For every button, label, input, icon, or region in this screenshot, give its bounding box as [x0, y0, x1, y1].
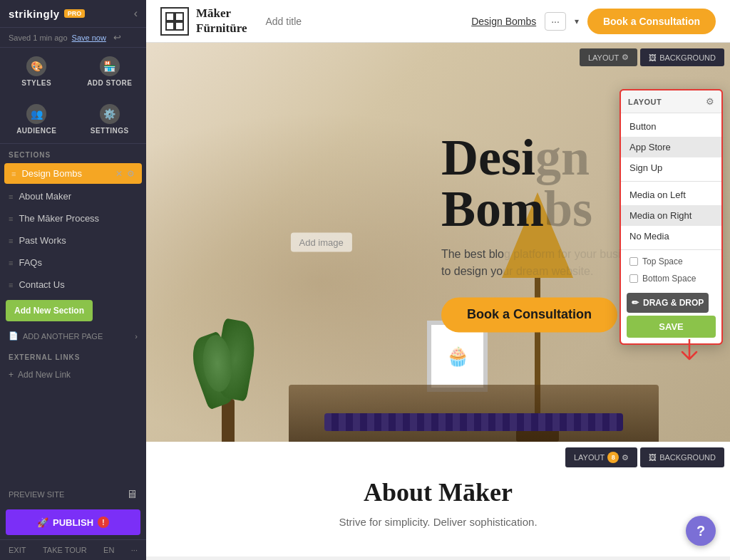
- layout-label: LAYOUT: [588, 53, 619, 62]
- section-item-design-bombs[interactable]: ≡ Design Bombs ✕ ⚙: [4, 163, 142, 184]
- sidebar-close-button[interactable]: ‹: [134, 7, 138, 20]
- hero-cta-button[interactable]: Book a Consultation: [441, 297, 617, 332]
- saved-bar: Saved 1 min ago Save now ↩: [0, 28, 146, 48]
- undo-button[interactable]: ↩: [113, 32, 121, 43]
- nav-dots-button[interactable]: ···: [545, 12, 566, 31]
- section-item-label: Past Works: [19, 235, 66, 246]
- audience-button[interactable]: 👥 AUDIENCE: [0, 95, 73, 143]
- brand-line1: Māker: [196, 6, 247, 21]
- section-list: ≡ Design Bombs ✕ ⚙ ≡ About Maker ≡ The M…: [0, 162, 146, 481]
- section-item-label: About Maker: [19, 191, 71, 202]
- about-title: About Māker: [175, 477, 701, 507]
- drag-handle-icon: ≡: [9, 214, 13, 223]
- styles-icon: 🎨: [26, 56, 46, 76]
- layout-label: LAYOUT: [574, 453, 605, 462]
- add-title-input[interactable]: [258, 11, 460, 31]
- nav-chevron-button[interactable]: ▾: [575, 16, 579, 26]
- drag-handle-icon: ≡: [9, 192, 13, 201]
- audience-label: AUDIENCE: [16, 127, 56, 135]
- settings-label: SETTINGS: [91, 127, 129, 135]
- layout-divider: [621, 181, 721, 182]
- sidebar: strikingly PRO ‹ Saved 1 min ago Save no…: [0, 0, 146, 560]
- add-new-link[interactable]: + Add New Link: [0, 364, 146, 385]
- publish-label: PUBLISH: [53, 517, 93, 528]
- section-item-label: The Māker Process: [19, 213, 99, 224]
- add-another-page-link[interactable]: 📄 ADD ANOTHER PAGE ›: [0, 326, 146, 346]
- section-item-past-works[interactable]: ≡ Past Works: [0, 229, 146, 252]
- settings-button[interactable]: ⚙️ SETTINGS: [73, 95, 147, 143]
- nav-right: Design Bombs ··· ▾ Book a Consultation: [471, 9, 716, 34]
- background-label: BACKGROUND: [659, 453, 716, 462]
- layout-item-no-media[interactable]: No Media: [621, 226, 721, 247]
- add-store-label: ADD STORE: [87, 79, 132, 87]
- bottom-space-checkbox[interactable]: [629, 274, 638, 283]
- hero-section: 🧁 Add image Design Bombs The best blog p…: [146, 43, 730, 442]
- image-icon: 🖼: [649, 53, 657, 62]
- add-new-section-button[interactable]: Add New Section: [6, 300, 93, 321]
- layout-button-hero[interactable]: LAYOUT ⚙: [580, 48, 637, 66]
- drag-handle-icon: ≡: [9, 281, 13, 289]
- monitor-icon: 🖥: [126, 488, 138, 501]
- audience-icon: 👥: [26, 104, 46, 124]
- brand-logo: Māker Fürnitüre: [160, 6, 247, 36]
- section-item-about-maker[interactable]: ≡ About Maker: [0, 185, 146, 207]
- add-store-button[interactable]: 🏪 ADD STORE: [73, 48, 147, 95]
- about-background-button[interactable]: 🖼 BACKGROUND: [640, 447, 724, 467]
- add-page-icon: 📄: [9, 331, 19, 341]
- svg-rect-3: [175, 22, 183, 30]
- layout-divider-2: [621, 249, 721, 250]
- sidebar-bottom-bar: EXIT TAKE TOUR EN ···: [0, 539, 146, 560]
- red-arrow-indicator: [679, 339, 700, 370]
- svg-rect-0: [166, 13, 174, 21]
- sidebar-top-actions: 🎨 STYLES 🏪 ADD STORE 👥 AUDIENCE ⚙️ SETTI…: [0, 48, 146, 144]
- layout-item-button[interactable]: Button: [621, 116, 721, 137]
- section-close-icon[interactable]: ✕: [115, 169, 123, 179]
- pencil-icon: ✏: [632, 298, 639, 308]
- section-item-faqs[interactable]: ≡ FAQs: [0, 252, 146, 274]
- background-label: BACKGROUND: [659, 53, 716, 62]
- book-consultation-button[interactable]: Book a Consultation: [587, 9, 716, 34]
- svg-rect-1: [175, 13, 183, 21]
- drag-handle-icon: ≡: [9, 259, 13, 267]
- drag-drop-button[interactable]: ✏ DRAG & DROP: [627, 293, 709, 313]
- section-settings-icon[interactable]: ⚙: [127, 169, 135, 179]
- layout-top-space-item[interactable]: Top Space: [621, 253, 721, 270]
- help-bubble[interactable]: ?: [686, 516, 716, 546]
- section-item-maker-process[interactable]: ≡ The Māker Process: [0, 207, 146, 229]
- take-tour-link[interactable]: TAKE TOUR: [43, 546, 87, 554]
- hero-add-image-label[interactable]: Add image: [291, 233, 352, 252]
- main-content: Māker Fürnitüre Design Bombs ··· ▾ Book …: [146, 0, 730, 560]
- layout-item-sign-up[interactable]: Sign Up: [621, 157, 721, 178]
- exit-link[interactable]: EXIT: [9, 546, 26, 554]
- top-nav: Māker Fürnitüre Design Bombs ··· ▾ Book …: [146, 0, 730, 43]
- layout-bottom-space-item[interactable]: Bottom Space: [621, 270, 721, 287]
- about-subtitle: Strive for simplicity. Deliver sophistic…: [175, 516, 701, 528]
- language-selector[interactable]: EN: [103, 546, 114, 554]
- layout-save-button[interactable]: SAVE: [627, 316, 716, 338]
- section-item-label: Design Bombs: [21, 168, 82, 179]
- nav-link-design-bombs[interactable]: Design Bombs: [471, 16, 536, 27]
- about-layout-button[interactable]: LAYOUT 8 ⚙: [565, 447, 637, 467]
- layout-popup-title: LAYOUT: [628, 98, 662, 106]
- layout-item-media-on-right[interactable]: Media on Right: [621, 205, 721, 226]
- layout-count-badge: 8: [607, 452, 619, 463]
- brand-line2: Fürnitüre: [196, 21, 247, 36]
- more-options-icon[interactable]: ···: [131, 546, 138, 554]
- settings-icon: ⚙️: [100, 104, 120, 124]
- layout-popup: LAYOUT ⚙ Button App Store Sign Up Media …: [620, 89, 723, 345]
- layout-popup-header: LAYOUT ⚙: [621, 90, 721, 113]
- layout-item-app-store[interactable]: App Store: [621, 137, 721, 157]
- layout-item-media-on-left[interactable]: Media on Left: [621, 185, 721, 205]
- background-button-hero[interactable]: 🖼 BACKGROUND: [640, 48, 724, 66]
- add-another-page-label: ADD ANOTHER PAGE: [23, 332, 103, 341]
- top-space-checkbox[interactable]: [629, 257, 638, 266]
- chevron-right-icon: ›: [135, 332, 138, 341]
- layout-gear-button[interactable]: ⚙: [706, 96, 714, 107]
- publish-button[interactable]: 🚀 PUBLISH !: [6, 509, 140, 535]
- section-item-contact-us[interactable]: ≡ Contact Us: [0, 274, 146, 296]
- rocket-icon: 🚀: [37, 517, 48, 528]
- save-now-link[interactable]: Save now: [72, 33, 106, 42]
- add-store-icon: 🏪: [100, 56, 120, 76]
- hero-section-toolbar: LAYOUT ⚙ 🖼 BACKGROUND: [574, 43, 730, 72]
- styles-button[interactable]: 🎨 STYLES: [0, 48, 73, 95]
